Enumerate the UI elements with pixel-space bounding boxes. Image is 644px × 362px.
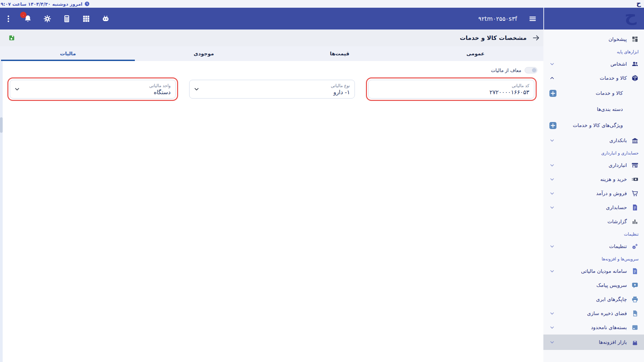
cloud-printer-icon (631, 296, 639, 303)
sidebar-item-dashboard[interactable]: پیشخوان (543, 32, 644, 46)
purchase-money-icon (631, 176, 639, 183)
sidebar-item-label: بسته‌های نامحدود (591, 324, 627, 330)
tax-type-value: ۱- دارو (194, 89, 350, 96)
sidebar-item-label: سرویس پیامک (596, 282, 627, 288)
chevron-down-icon (549, 205, 555, 210)
sidebar-item-label: تنظیمات (609, 243, 627, 249)
tab-content: معاف از مالیات کد مالیاتی۲۷۲۰۰۰۰۱۶۶۰۵۳نو… (0, 61, 543, 362)
save-button[interactable] (8, 34, 15, 42)
sidebar-item-purchase-money[interactable]: خرید و هزینه (543, 172, 644, 186)
calculator-icon[interactable] (62, 14, 71, 23)
tax-fields-row: کد مالیاتی۲۷۲۰۰۰۰۱۶۶۰۵۳نوع مالیاتی۱- دار… (0, 73, 543, 101)
chevron-down-icon (549, 325, 555, 330)
tab-عمومی[interactable]: عمومی (408, 46, 543, 61)
sidebar-item-label: ویژگی‌های کالا و خدمات (573, 122, 623, 128)
date-text: امروز دوشنبه ۱۴۰۴/۴/۳۰ ساعت ۹:۰۷ (1, 1, 83, 7)
tax-exempt-toggle[interactable] (525, 67, 537, 73)
sidebar-item-sub[interactable]: دسته بندی‌ها (543, 101, 644, 117)
appbar-icon-group: ۰ (4, 8, 110, 29)
chevron-down-icon (549, 244, 555, 249)
sms-service-icon (631, 282, 639, 289)
tax-type-select[interactable]: نوع مالیاتی۱- دارو (189, 80, 355, 99)
tax-code-label: کد مالیاتی (373, 83, 529, 88)
sidebar-item-accounting-document[interactable]: حسابداری (543, 200, 644, 215)
chevron-down-icon (549, 177, 555, 182)
sidebar-item-label: پیشخوان (608, 36, 627, 42)
brand-logo-small: ح (636, 0, 641, 7)
chevron-down-icon (194, 86, 200, 92)
sidebar-item-label: دسته بندی‌ها (597, 106, 623, 112)
sidebar-item-label: فضای ذخیره سازی (587, 310, 627, 316)
tab-bar: عمومیقیمت‌هاموجودیمالیات (0, 46, 543, 61)
settings-gears-icon (631, 243, 639, 250)
main-panel: مشخصات کالا و خدمات عمومیقیمت‌هاموجودیما… (0, 29, 543, 362)
sidebar-item-goods-box[interactable]: کالا و خدمات (543, 71, 644, 85)
sidebar-item-sub[interactable]: ویژگی‌های کالا و خدمات (543, 117, 644, 133)
date-strip: امروز دوشنبه ۱۴۰۴/۴/۳۰ ساعت ۹:۰۷ ح (0, 0, 644, 8)
sidebar-section-label: تنظیمات (543, 229, 644, 239)
sidebar-item-label: خرید و هزینه (600, 176, 627, 182)
chevron-up-icon (549, 75, 555, 81)
sidebar-item-reports-chart[interactable]: گزارشات (543, 215, 644, 229)
tax-unit-value: دستگاه (15, 89, 171, 96)
tab-مالیات[interactable]: مالیات (0, 46, 136, 61)
page-title-group: مشخصات کالا و خدمات (460, 29, 540, 46)
settings-gear-icon[interactable] (43, 14, 52, 23)
sidebar-item-sms-service[interactable]: سرویس پیامک (543, 278, 644, 292)
app-window: امروز دوشنبه ۱۴۰۴/۴/۳۰ ساعت ۹:۰۷ ح ۰ ۹۲t… (0, 0, 644, 362)
back-arrow-icon[interactable] (532, 34, 540, 42)
hamburger-menu-icon[interactable] (529, 15, 537, 23)
sidebar-item-sales-cart[interactable]: فروش و درآمد (543, 186, 644, 200)
page-toolbar: مشخصات کالا و خدمات (0, 29, 543, 46)
people-icon (631, 60, 639, 68)
warehouse-icon (631, 162, 639, 169)
notification-badge: ۰ (20, 12, 26, 18)
chevron-down-icon (549, 138, 555, 143)
tab-قیمت‌ها[interactable]: قیمت‌ها (272, 46, 408, 61)
tax-unit-label: واحد مالیاتی (15, 83, 171, 88)
sidebar-item-storage-cloud-file[interactable]: فضای ذخیره سازی (543, 306, 644, 320)
goods-box-icon (631, 74, 639, 82)
sidebar-item-cloud-printer[interactable]: چاپگرهای ابری (543, 292, 644, 306)
brand-logo-icon: ح (625, 6, 637, 25)
sidebar-header: ح (543, 8, 644, 29)
tax-code-input[interactable]: کد مالیاتی۲۷۲۰۰۰۰۱۶۶۰۵۳ (368, 80, 534, 99)
sidebar-item-label: چاپگرهای ابری (596, 296, 627, 302)
sidebar-item-label: فروش و درآمد (596, 190, 627, 196)
sidebar-item-label: کالا و خدمات (600, 75, 627, 81)
tax-exempt-label: معاف از مالیات (491, 68, 521, 73)
sidebar-navigation: پیشخوانابزارهای پایهاشخاصکالا و خدماتکال… (543, 29, 644, 362)
sidebar-item-people[interactable]: اشخاص (543, 57, 644, 71)
sidebar-item-unlimited-packages[interactable]: بسته‌های نامحدود (543, 320, 644, 335)
apps-grid-icon[interactable] (82, 14, 91, 23)
chevron-down-icon (549, 61, 555, 67)
scrollbar-track[interactable] (0, 61, 3, 362)
sidebar-item-bank[interactable]: بانکداری (543, 133, 644, 147)
scrollbar-thumb[interactable] (0, 117, 3, 133)
tab-موجودی[interactable]: موجودی (136, 46, 272, 61)
bank-icon (631, 137, 639, 144)
sidebar-item-addons-bag[interactable]: بازار افزونه‌ها (543, 335, 644, 350)
accounting-document-icon (631, 204, 639, 211)
sidebar-item-sub[interactable]: کالا و خدمات (543, 85, 644, 101)
add-button[interactable] (549, 122, 556, 129)
reports-chart-icon (631, 218, 639, 225)
company-code: ۹۲tm۰۲۵۵۰s۳f (478, 15, 517, 22)
kebab-menu-icon[interactable] (4, 14, 13, 23)
sidebar-item-label: سامانه مودیان مالیاتی (581, 268, 627, 274)
assistant-robot-icon[interactable] (101, 14, 110, 23)
sidebar-item-settings-gears[interactable]: تنظیمات (543, 239, 644, 253)
sidebar-item-label: بانکداری (609, 137, 627, 143)
tax-unit-select[interactable]: واحد مالیاتیدستگاه (10, 80, 176, 99)
page-title: مشخصات کالا و خدمات (460, 35, 527, 41)
sidebar-section-label: ابزارهای پایه (543, 46, 644, 57)
notifications-bell-icon[interactable]: ۰ (23, 14, 32, 23)
appbar-right-group: ۹۲tm۰۲۵۵۰s۳f (478, 8, 537, 29)
add-button[interactable] (549, 90, 556, 97)
clock-icon (84, 1, 90, 7)
sidebar-item-label: اشخاص (610, 61, 627, 67)
chevron-down-icon (549, 191, 555, 196)
sidebar-item-warehouse[interactable]: انبارداری (543, 158, 644, 172)
chevron-down-icon (549, 268, 555, 274)
sidebar-item-tax-system-document[interactable]: سامانه مودیان مالیاتی (543, 264, 644, 278)
